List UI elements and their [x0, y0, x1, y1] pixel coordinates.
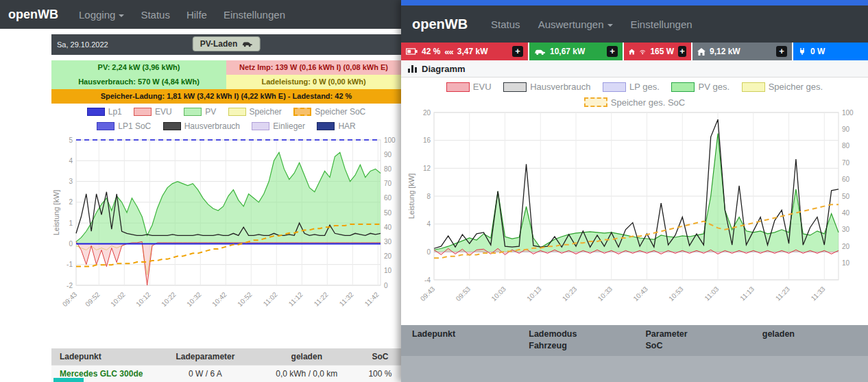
chargepoint-power-badge[interactable]: 0 W: [793, 43, 868, 60]
legend-label: PV ges.: [698, 82, 730, 92]
col-geladen: geladen: [751, 329, 868, 356]
bar-chart-icon: [408, 64, 417, 73]
legend-speicher-soc: Speicher SoC: [293, 107, 365, 117]
brand-logo[interactable]: openWB: [412, 16, 468, 32]
nav-logging-label: Logging: [79, 9, 115, 21]
nav-auswertungen-label: Auswertungen: [538, 19, 604, 30]
lp1-swatch: [87, 108, 105, 116]
legend-label: Hausverbrauch: [184, 121, 240, 131]
col-ladepunkt: Ladepunkt: [401, 329, 518, 356]
power-chart-right: 201612840-410090807060504030201009:4309:…: [407, 107, 862, 320]
chart-legend-left: Lp1 EVU PV Speicher Speicher SoC LP1 SoC…: [51, 107, 401, 136]
accent-strip: [53, 378, 84, 382]
table-row: Mercedes GLC 300de 0 W / 6 A 0,0 kWh / 0…: [51, 365, 401, 382]
svg-text:-1: -1: [67, 261, 73, 268]
chargepoint-table: Ladepunkt LademodusFahrzeug ParameterSoC…: [401, 325, 868, 382]
svg-text:11:13: 11:13: [738, 285, 756, 302]
status-row-3: Speicher-Ladung: 1,81 kW (3,42 kWh I) (4…: [51, 89, 401, 104]
svg-text:10:32: 10:32: [185, 290, 203, 308]
legend-label: PV: [205, 107, 216, 117]
status-badge-row: 42 % «« 3,47 kW + 10,67 kW + 165 W + 9,1…: [401, 43, 868, 60]
grid-badge[interactable]: 165 W +: [624, 43, 691, 60]
svg-text:11:23: 11:23: [774, 285, 791, 302]
nav-status[interactable]: Status: [491, 19, 520, 30]
home-consumption-badge[interactable]: 9,12 kW +: [692, 43, 792, 60]
svg-text:Leistung [kW]: Leistung [kW]: [52, 190, 60, 236]
chargepoint-badge[interactable]: 10,67 kW +: [529, 43, 623, 60]
diagramm-section-header[interactable]: Diagramm: [401, 60, 868, 77]
section-title: Diagramm: [422, 64, 466, 74]
col-soc: SoC: [359, 348, 401, 365]
brand-logo[interactable]: openWB: [8, 8, 58, 22]
expand-grid-button[interactable]: +: [678, 46, 686, 57]
battery-power-value: 3,47 kW: [457, 47, 488, 56]
nav-hilfe[interactable]: Hilfe: [186, 9, 207, 21]
speicher-ges-soc-swatch: [584, 97, 607, 107]
svg-text:50: 50: [384, 209, 392, 217]
nav-logging[interactable]: Logging: [79, 9, 124, 21]
legend-label: Speicher SoC: [315, 107, 365, 117]
expand-chargepoint-button[interactable]: +: [607, 46, 618, 57]
battery-soc-value: 42 %: [422, 47, 440, 56]
hausverbrauch-swatch: [163, 122, 181, 130]
expand-battery-button[interactable]: +: [512, 46, 523, 57]
svg-text:11:33: 11:33: [810, 285, 827, 302]
nav-status[interactable]: Status: [141, 9, 170, 21]
battery-icon: [406, 48, 418, 55]
svg-text:0: 0: [426, 248, 431, 256]
legend-hausverbrauch: Hausverbrauch: [503, 82, 590, 92]
date-label: Sa, 29.10.2022: [51, 40, 108, 49]
svg-text:80: 80: [384, 165, 392, 173]
nav-einstellungen[interactable]: Einstellungen: [224, 9, 285, 21]
legend-label: Hausverbrauch: [530, 82, 590, 92]
svg-text:5: 5: [69, 136, 73, 144]
legend-har: HAR: [317, 121, 355, 131]
svg-text:09:43: 09:43: [61, 290, 79, 308]
legend-lp-ges: LP ges.: [603, 82, 660, 92]
expand-home-button[interactable]: +: [776, 46, 787, 57]
grid-power-value: 165 W: [650, 47, 674, 56]
svg-text:-2: -2: [67, 282, 73, 289]
legend-row-2: LP1 SoC Hausverbrauch Einlieger HAR: [51, 121, 401, 132]
svg-text:30: 30: [384, 238, 392, 246]
legend-label: Speicher: [250, 107, 282, 117]
charged-amount: 0,0 kWh / 0,0 km: [254, 366, 359, 382]
legend-label: Speicher ges. SoC: [611, 97, 685, 108]
legend-evu: EVU: [134, 107, 172, 117]
house-icon: [629, 48, 635, 56]
car-icon: [534, 48, 546, 56]
svg-text:09:53: 09:53: [455, 285, 472, 302]
chevron-down-icon: [119, 14, 124, 17]
status-row-2: Hausverbrauch: 570 W (4,84 kWh) Ladeleis…: [51, 75, 401, 89]
svg-text:40: 40: [842, 209, 850, 217]
battery-badge[interactable]: 42 % «« 3,47 kW +: [401, 43, 528, 60]
svg-text:11:12: 11:12: [287, 290, 304, 307]
window-openwb-auswertung: openWB Status Auswertungen Einstellungen…: [401, 0, 868, 382]
svg-text:20: 20: [423, 109, 431, 117]
legend-label: LP1 SoC: [118, 121, 151, 131]
legend-pv-ges: PV ges.: [671, 82, 730, 92]
nav-einstellungen[interactable]: Einstellungen: [631, 19, 692, 30]
svg-text:10:02: 10:02: [109, 290, 127, 308]
pv-laden-label: PV-Laden: [200, 39, 238, 49]
plug-power-value: 0 W: [810, 47, 825, 56]
col-parameter-soc: ParameterSoC: [635, 329, 751, 356]
house-icon: [697, 48, 706, 56]
pv-status: PV: 2,24 kW (3,96 kWh): [51, 60, 226, 75]
svg-text:20: 20: [384, 252, 392, 260]
svg-text:10:22: 10:22: [160, 290, 178, 308]
col-lademodus-fahrzeug: LademodusFahrzeug: [518, 329, 634, 356]
pv-swatch: [184, 108, 202, 116]
power-chart-left: 543210-1-2100908070605040302010009:4309:…: [51, 134, 401, 321]
plug-icon: [798, 47, 806, 56]
svg-text:50: 50: [842, 193, 850, 200]
lp-ges-swatch: [603, 82, 626, 92]
svg-text:0: 0: [69, 240, 73, 248]
svg-text:11:22: 11:22: [313, 290, 330, 307]
screen: openWB Logging Status Hilfe Einstellunge…: [0, 0, 868, 382]
speicher-soc-swatch: [293, 108, 311, 116]
svg-text:100: 100: [384, 136, 396, 144]
nav-auswertungen[interactable]: Auswertungen: [538, 19, 613, 30]
pv-laden-button[interactable]: PV-Laden: [193, 36, 261, 51]
legend-label: Speicher ges.: [769, 82, 823, 92]
